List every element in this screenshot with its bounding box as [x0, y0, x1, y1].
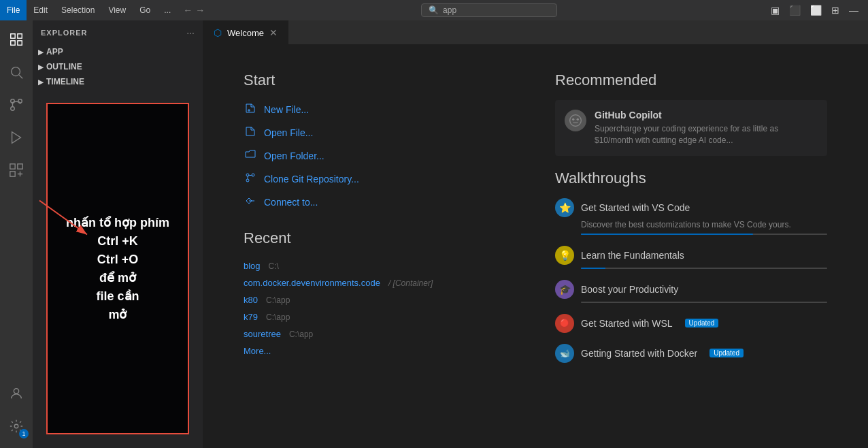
get-started-progress: [581, 234, 827, 235]
menu-view[interactable]: View: [101, 0, 133, 20]
docker-label: Getting Started with Docker: [581, 348, 697, 359]
layout-icon-4[interactable]: ⊞: [829, 5, 842, 16]
open-folder-icon: [244, 149, 257, 163]
recent-path-blog: C:\: [269, 261, 279, 271]
get-started-desc: Discover the best customizations to make…: [581, 220, 827, 229]
recent-k80[interactable]: k80 C:\app: [244, 295, 514, 305]
menu-more[interactable]: ...: [157, 0, 178, 20]
activity-account[interactable]: [0, 377, 33, 410]
recent-souretree[interactable]: souretree C:\app: [244, 329, 514, 339]
learn-fundamentals-progress: [581, 268, 827, 269]
forward-arrow[interactable]: →: [195, 5, 205, 16]
tab-bar: ⬡ Welcome ✕: [203, 20, 868, 44]
learn-fundamentals-header: 💡 Learn the Fundamentals: [555, 246, 827, 265]
connect-icon: [244, 195, 257, 209]
recent-title: Recent: [244, 229, 514, 247]
walkthrough-boost-productivity[interactable]: 🎓 Boost your Productivity: [555, 280, 827, 303]
recent-name-k80: k80: [244, 295, 258, 305]
menu-file[interactable]: File: [0, 0, 27, 20]
svg-point-4: [12, 67, 20, 76]
sidebar-item-outline[interactable]: ▶ OUTLINE: [33, 59, 203, 74]
minimize-icon[interactable]: —: [846, 5, 861, 16]
open-file-label: Open File...: [264, 127, 313, 138]
recent-name-docker: com.docker.devenvironments.code: [244, 278, 380, 288]
layout-icon-1[interactable]: ▣: [768, 5, 782, 16]
sidebar-item-timeline[interactable]: ▶ TIMELINE: [33, 74, 203, 89]
back-arrow[interactable]: ←: [183, 5, 193, 16]
learn-fundamentals-progress-fill: [581, 268, 605, 269]
activity-explorer[interactable]: [0, 23, 33, 56]
titlebar-search-area: 🔍 app: [210, 3, 768, 17]
action-connect-to[interactable]: Connect to...: [244, 195, 514, 209]
menu-go[interactable]: Go: [133, 0, 157, 20]
recent-path-souretree: C:\app: [289, 330, 313, 339]
activity-search[interactable]: [0, 56, 33, 89]
copilot-name: GitHub Copilot: [595, 110, 818, 121]
tab-welcome[interactable]: ⬡ Welcome ✕: [203, 20, 288, 44]
recommended-title: Recommended: [555, 71, 827, 89]
app-label: APP: [46, 47, 63, 57]
walkthrough-learn-fundamentals[interactable]: 💡 Learn the Fundamentals: [555, 246, 827, 269]
activity-bar-bottom: 1: [0, 377, 33, 448]
action-open-file[interactable]: Open File...: [244, 126, 514, 140]
docker-header: 🐋 Getting Started with Docker Updated: [555, 344, 827, 363]
docker-updated-badge: Updated: [710, 349, 744, 357]
svg-rect-3: [18, 41, 22, 45]
walkthrough-docker[interactable]: 🐋 Getting Started with Docker Updated: [555, 344, 827, 363]
recent-path-k79: C:\app: [266, 313, 290, 322]
svg-point-6: [11, 107, 15, 111]
copilot-info: GitHub Copilot Supercharge your coding e…: [595, 110, 818, 146]
recent-blog[interactable]: blog C:\: [244, 261, 514, 271]
activity-run-debug[interactable]: [0, 121, 33, 154]
learn-fundamentals-icon: 💡: [555, 246, 574, 265]
sidebar-more-icon[interactable]: ···: [186, 27, 195, 38]
sidebar-item-app[interactable]: ▶ APP: [33, 44, 203, 59]
clone-git-label: Clone Git Repository...: [264, 174, 359, 185]
layout-icon-2[interactable]: ⬛: [786, 5, 803, 16]
recent-name-souretree: souretree: [244, 329, 281, 339]
docker-icon: 🐋: [555, 344, 574, 363]
editor-area: ⬡ Welcome ✕ Start: [203, 20, 868, 448]
action-clone-git[interactable]: Clone Git Repository...: [244, 172, 514, 186]
menu-edit[interactable]: Edit: [27, 0, 54, 20]
menu-bar: File Edit Selection View Go ...: [0, 0, 178, 20]
copilot-card[interactable]: GitHub Copilot Supercharge your coding e…: [555, 100, 827, 156]
activity-settings[interactable]: 1: [0, 410, 33, 443]
walkthrough-get-started[interactable]: ⭐ Get Started with VS Code Discover the …: [555, 198, 827, 235]
svg-rect-0: [11, 34, 15, 38]
outline-chevron: ▶: [38, 63, 44, 71]
svg-point-26: [570, 115, 582, 127]
wsl-icon: 🔴: [555, 314, 574, 333]
app-chevron: ▶: [38, 48, 44, 56]
action-new-file[interactable]: New File...: [244, 103, 514, 116]
copilot-desc: Supercharge your coding experience for a…: [595, 123, 818, 146]
svg-rect-2: [11, 41, 15, 45]
welcome-right: Recommended GitHub Copilot Supercharge y…: [555, 71, 827, 421]
outline-label: OUTLINE: [46, 62, 82, 71]
svg-point-21: [246, 179, 249, 182]
activity-source-control[interactable]: [0, 89, 33, 121]
sidebar-title: EXPLORER: [41, 29, 88, 37]
recent-docker[interactable]: com.docker.devenvironments.code / [Conta…: [244, 278, 514, 288]
get-started-progress-fill: [581, 234, 753, 235]
boost-productivity-label: Boost your Productivity: [581, 284, 678, 295]
layout-icon-3[interactable]: ⬜: [807, 5, 824, 16]
recent-tag-docker: / [Container]: [388, 278, 433, 288]
more-link[interactable]: More...: [244, 346, 514, 356]
action-open-folder[interactable]: Open Folder...: [244, 149, 514, 163]
sidebar-overlay: nhấn tổ hợp phím Ctrl +K Ctrl +O để mở f…: [33, 89, 203, 448]
boost-productivity-header: 🎓 Boost your Productivity: [555, 280, 827, 299]
walkthrough-get-started-header: ⭐ Get Started with VS Code: [555, 198, 827, 217]
walkthrough-wsl[interactable]: 🔴 Get Started with WSL Updated: [555, 314, 827, 333]
new-file-icon: [244, 103, 257, 116]
recent-section: Recent blog C:\ com.docker.devenvironmen…: [244, 229, 514, 356]
open-folder-label: Open Folder...: [264, 150, 324, 161]
svg-rect-10: [10, 164, 15, 169]
activity-extensions[interactable]: [0, 154, 33, 187]
search-box[interactable]: 🔍 app: [421, 3, 557, 17]
tab-close-icon[interactable]: ✕: [269, 27, 278, 38]
recent-name-blog: blog: [244, 261, 261, 271]
recent-k79[interactable]: k79 C:\app: [244, 312, 514, 322]
menu-selection[interactable]: Selection: [54, 0, 101, 20]
svg-rect-1: [18, 34, 22, 38]
